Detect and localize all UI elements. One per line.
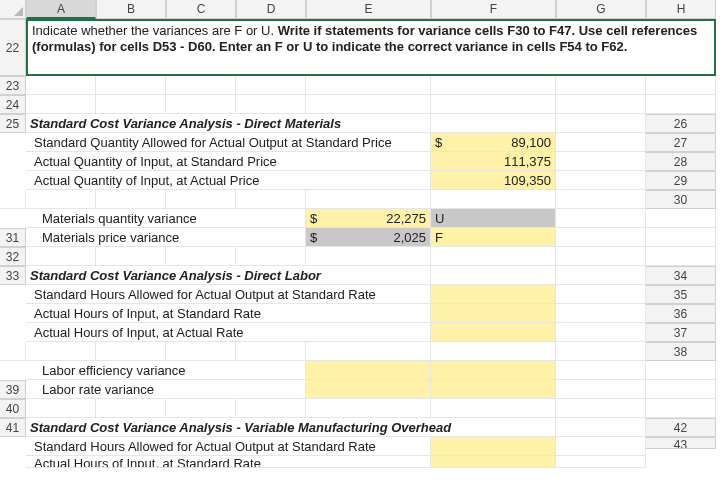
col-header-H[interactable]: H — [646, 0, 716, 19]
cell-G23[interactable] — [556, 76, 646, 95]
cell-H32[interactable] — [646, 247, 716, 266]
cell-H28[interactable] — [556, 171, 646, 190]
row-header-42[interactable]: 42 — [646, 418, 716, 437]
cell-H34[interactable] — [556, 285, 646, 304]
cell-G35[interactable] — [431, 304, 556, 323]
row-header-32[interactable]: 32 — [0, 247, 26, 266]
cell-H41[interactable] — [556, 418, 646, 437]
spreadsheet-grid[interactable]: A B C D E F G H 22 Indicate whether the … — [0, 0, 726, 475]
row-header-33[interactable]: 33 — [0, 266, 26, 285]
cell-G32[interactable] — [556, 247, 646, 266]
cell-A43[interactable]: Actual Hours of Input, at Standard Rate — [26, 456, 431, 468]
cell-A40[interactable] — [26, 399, 96, 418]
cell-F32[interactable] — [431, 247, 556, 266]
cell-F29[interactable] — [306, 190, 431, 209]
row-header-27[interactable]: 27 — [646, 133, 716, 152]
cell-G25[interactable] — [431, 114, 556, 133]
cell-B23[interactable] — [96, 76, 166, 95]
cell-A27[interactable]: Actual Quantity of Input, at Standard Pr… — [26, 152, 431, 171]
row-header-29[interactable]: 29 — [646, 171, 716, 190]
cell-A33[interactable]: Standard Cost Variance Analysis - Direct… — [26, 266, 431, 285]
cell-F40[interactable] — [431, 399, 556, 418]
row-header-35[interactable]: 35 — [646, 285, 716, 304]
cell-D37[interactable] — [166, 342, 236, 361]
cell-F39[interactable] — [431, 380, 556, 399]
cell-H29[interactable] — [556, 190, 646, 209]
row-header-36[interactable]: 36 — [646, 304, 716, 323]
cell-C32[interactable] — [166, 247, 236, 266]
cell-E24[interactable] — [306, 95, 431, 114]
cell-B37[interactable] — [26, 342, 96, 361]
col-header-B[interactable]: B — [96, 0, 166, 19]
cell-C37[interactable] — [96, 342, 166, 361]
cell-A32[interactable] — [26, 247, 96, 266]
cell-C23[interactable] — [166, 76, 236, 95]
cell-A23[interactable] — [26, 76, 96, 95]
cell-A26[interactable]: Standard Quantity Allowed for Actual Out… — [26, 133, 431, 152]
cell-F30[interactable]: U — [431, 209, 556, 228]
cell-H43[interactable] — [556, 456, 646, 468]
cell-H39[interactable] — [646, 380, 716, 399]
row-header-41[interactable]: 41 — [0, 418, 26, 437]
cell-A29[interactable] — [0, 190, 26, 209]
cell-E37[interactable] — [236, 342, 306, 361]
cell-F24[interactable] — [431, 95, 556, 114]
col-header-A[interactable]: A — [26, 0, 96, 19]
cell-G31[interactable] — [556, 228, 646, 247]
cell-G43[interactable] — [431, 456, 556, 468]
cell-A36[interactable]: Actual Hours of Input, at Actual Rate — [26, 323, 431, 342]
cell-E23[interactable] — [306, 76, 431, 95]
cell-D23[interactable] — [236, 76, 306, 95]
cell-A41[interactable]: Standard Cost Variance Analysis - Variab… — [26, 418, 556, 437]
cell-H36[interactable] — [556, 323, 646, 342]
cell-C40[interactable] — [166, 399, 236, 418]
cell-H37[interactable] — [556, 342, 646, 361]
cell-H24[interactable] — [646, 95, 716, 114]
cell-D29[interactable] — [166, 190, 236, 209]
cell-B24[interactable] — [96, 95, 166, 114]
cell-G28[interactable]: 109,350 — [431, 171, 556, 190]
cell-A39[interactable]: Labor rate variance — [26, 380, 306, 399]
row-header-30[interactable]: 30 — [646, 190, 716, 209]
col-header-C[interactable]: C — [166, 0, 236, 19]
cell-G26[interactable]: $ 89,100 — [431, 133, 556, 152]
cell-G40[interactable] — [556, 399, 646, 418]
cell-C29[interactable] — [96, 190, 166, 209]
cell-B29[interactable] — [26, 190, 96, 209]
cell-A30[interactable]: Materials quantity variance — [26, 209, 306, 228]
row-header-26[interactable]: 26 — [646, 114, 716, 133]
cell-H35[interactable] — [556, 304, 646, 323]
row-header-31[interactable]: 31 — [0, 228, 26, 247]
cell-G37[interactable] — [431, 342, 556, 361]
col-header-D[interactable]: D — [236, 0, 306, 19]
row-header-34[interactable]: 34 — [646, 266, 716, 285]
cell-E38[interactable] — [306, 361, 431, 380]
cell-H26[interactable] — [556, 133, 646, 152]
cell-G27[interactable]: 111,375 — [431, 152, 556, 171]
cell-G29[interactable] — [431, 190, 556, 209]
cell-H23[interactable] — [646, 76, 716, 95]
cell-G24[interactable] — [556, 95, 646, 114]
cell-H33[interactable] — [556, 266, 646, 285]
row-header-37[interactable]: 37 — [646, 323, 716, 342]
cell-H40[interactable] — [646, 399, 716, 418]
row-header-38[interactable]: 38 — [646, 342, 716, 361]
col-header-G[interactable]: G — [556, 0, 646, 19]
cell-A25[interactable]: Standard Cost Variance Analysis - Direct… — [26, 114, 431, 133]
cell-E29[interactable] — [236, 190, 306, 209]
cell-G33[interactable] — [431, 266, 556, 285]
cell-H30[interactable] — [646, 209, 716, 228]
cell-H27[interactable] — [556, 152, 646, 171]
cell-A42[interactable]: Standard Hours Allowed for Actual Output… — [26, 437, 431, 456]
row-header-40[interactable]: 40 — [0, 399, 26, 418]
cell-D24[interactable] — [236, 95, 306, 114]
cell-E39[interactable] — [306, 380, 431, 399]
cell-E30[interactable]: $ 22,275 — [306, 209, 431, 228]
cell-E32[interactable] — [306, 247, 431, 266]
row-header-28[interactable]: 28 — [646, 152, 716, 171]
cell-A37[interactable] — [0, 342, 26, 361]
row-header-24[interactable]: 24 — [0, 95, 26, 114]
cell-A28[interactable]: Actual Quantity of Input, at Actual Pric… — [26, 171, 431, 190]
cell-A38[interactable]: Labor efficiency variance — [26, 361, 306, 380]
row-header-23[interactable]: 23 — [0, 76, 26, 95]
